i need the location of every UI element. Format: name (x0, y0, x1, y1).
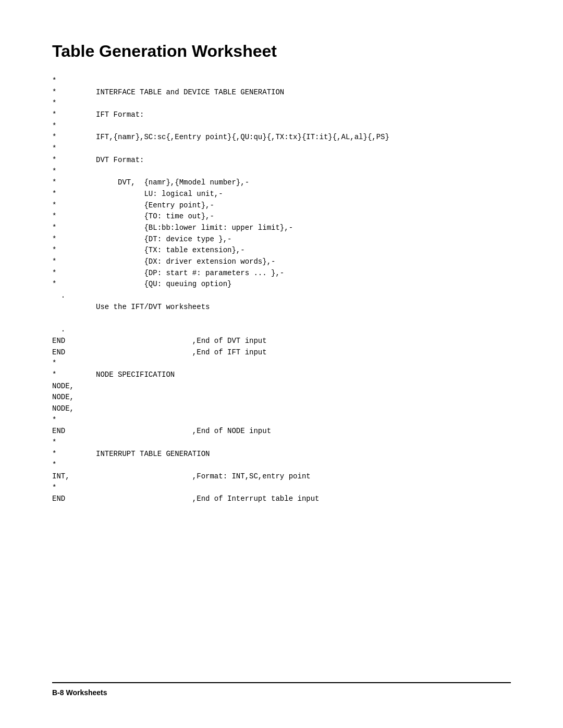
code-block: * * INTERFACE TABLE and DEVICE TABLE GEN… (52, 76, 511, 682)
footer-text: B-8 Worksheets (52, 688, 107, 697)
page-container: Table Generation Worksheet * * INTERFACE… (0, 0, 563, 728)
footer: B-8 Worksheets (52, 682, 511, 697)
page-title: Table Generation Worksheet (52, 42, 511, 61)
